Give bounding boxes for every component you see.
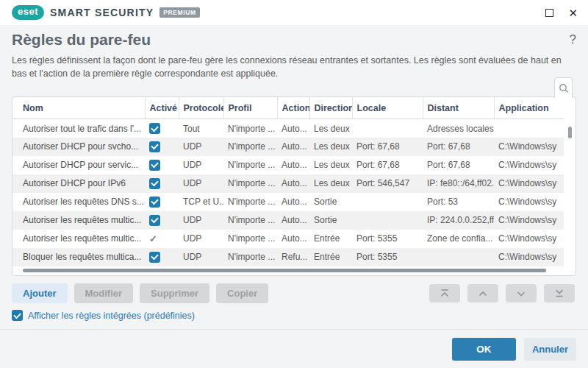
cell-nom: Autoriser DHCP pour servic... [12, 156, 145, 174]
column-header-distant[interactable]: Distant [423, 97, 494, 119]
cell-nom: Autoriser les requêtes multic... [12, 211, 145, 230]
maximize-icon[interactable] [545, 9, 553, 17]
delete-button[interactable]: Supprimer [140, 283, 209, 303]
search-button[interactable] [554, 77, 573, 98]
edit-button[interactable]: Modifier [74, 283, 134, 303]
cell-application: C:\Windows\sy [494, 211, 564, 230]
cell-profil: N'importe ... [223, 156, 277, 174]
cell-action: Auto... [277, 138, 309, 156]
column-header-locale[interactable]: Locale [352, 97, 423, 119]
cell-protocole: TCP et U... [179, 193, 223, 211]
cell-active: ✓ [145, 230, 179, 248]
premium-badge: PREMIUM [159, 7, 199, 18]
cell-locale: Port: 5355 [352, 230, 423, 248]
column-header-application[interactable]: Application [494, 97, 564, 119]
rule-row[interactable]: Autoriser les requêtes DNS s...TCP et U.… [12, 193, 564, 211]
cell-direction: Sortie [309, 211, 352, 230]
cell-application: C:\Windows\sy [494, 230, 564, 248]
cell-profil: N'importe ... [223, 138, 277, 156]
vertical-scrollbar-thumb[interactable] [568, 127, 572, 138]
cell-protocole: UDP [179, 211, 223, 230]
chevron-top-icon [439, 289, 451, 298]
content-area: Règles du pare-feu ? Les règles définiss… [0, 31, 588, 321]
rule-row[interactable]: Autoriser DHCP pour IPv6UDPN'importe ...… [12, 174, 564, 193]
move-up-button[interactable] [467, 284, 498, 302]
copy-button[interactable]: Copier [216, 283, 268, 303]
cell-application: C:\Windows\sy [494, 193, 564, 211]
cell-profil: N'importe ... [223, 193, 277, 211]
move-down-button[interactable] [506, 284, 537, 302]
rule-row[interactable]: Autoriser DHCP pour svcho...UDPN'importe… [12, 138, 564, 156]
cell-active [145, 138, 179, 156]
cell-locale [352, 211, 423, 230]
rule-enabled-checkbox[interactable] [149, 123, 160, 134]
cell-profil: N'importe ... [223, 119, 277, 138]
column-header-direction[interactable]: Direction [309, 97, 352, 119]
search-icon [559, 83, 569, 93]
cell-nom: Autoriser tout le trafic dans l'... [12, 119, 145, 138]
cell-application: C:\Windows\sy [494, 174, 564, 193]
cell-distant: Port: 67,68 [423, 156, 494, 174]
cell-active [145, 248, 179, 266]
column-header-action[interactable]: Action [277, 97, 309, 119]
cell-action: Auto... [277, 174, 309, 193]
brand: eset SMART SECURITY PREMIUM [12, 5, 200, 20]
move-bottom-button[interactable] [544, 284, 575, 302]
cell-locale [352, 119, 423, 138]
cell-active [145, 119, 179, 138]
add-button[interactable]: Ajouter [12, 283, 68, 303]
cell-protocole: Tout [179, 119, 223, 138]
cell-direction: Sortie [309, 193, 352, 211]
rule-row[interactable]: Autoriser tout le trafic dans l'...ToutN… [12, 119, 564, 138]
rule-enabled-checkbox[interactable] [149, 160, 160, 171]
column-header-active[interactable]: Activé [145, 97, 179, 119]
cell-profil: N'importe ... [223, 248, 277, 266]
cell-locale: Port: 67,68 [352, 138, 423, 156]
cell-nom: Autoriser les requêtes multic... [12, 230, 145, 248]
cell-distant: Port: 67,68 [423, 138, 494, 156]
column-header-protocole[interactable]: Protocole [179, 97, 223, 119]
cell-action: Auto... [277, 156, 309, 174]
cell-distant: IP: 224.0.0.252,ff... [423, 211, 494, 230]
rule-enabled-checkbox[interactable] [149, 215, 160, 226]
rule-enabled-checkbox[interactable] [149, 252, 160, 263]
rule-row[interactable]: Autoriser les requêtes multic...UDPN'imp… [12, 211, 564, 230]
page-description: Les règles définissent la façon dont le … [12, 54, 576, 80]
page-header: Règles du pare-feu ? [12, 31, 576, 49]
column-header-profil[interactable]: Profil [223, 97, 277, 119]
cell-active [145, 211, 179, 230]
page-title: Règles du pare-feu [12, 31, 151, 49]
close-icon[interactable]: ✕ [568, 7, 578, 18]
cell-nom: Bloquer les requêtes multica... [12, 248, 145, 266]
rules-table-container: NomActivéProtocoleProfilActionDirectionL… [12, 96, 576, 276]
rule-enabled-checkbox[interactable] [149, 141, 160, 152]
titlebar: eset SMART SECURITY PREMIUM ✕ [0, 0, 588, 25]
cell-protocole: UDP [179, 230, 223, 248]
rules-table: NomActivéProtocoleProfilActionDirectionL… [12, 97, 564, 266]
rules-table-body: Autoriser tout le trafic dans l'...ToutN… [12, 119, 564, 266]
show-builtin-rules-label: Afficher les règles intégrées (prédéfini… [28, 311, 195, 321]
show-builtin-rules-checkbox[interactable] [12, 310, 23, 321]
cell-active [145, 174, 179, 193]
cell-application: C:\Windows\sy [494, 156, 564, 174]
cell-direction: Les deux [309, 156, 352, 174]
cell-application: C:\Windows\sy [494, 248, 564, 266]
cancel-button[interactable]: Annuler [524, 338, 576, 361]
move-top-button[interactable] [429, 284, 460, 302]
ok-button[interactable]: OK [452, 338, 516, 361]
rule-enabled-checkbox[interactable] [149, 178, 160, 189]
rule-enabled-checkbox[interactable] [149, 197, 160, 208]
cell-action: Auto... [277, 193, 309, 211]
rule-row[interactable]: Autoriser DHCP pour servic...UDPN'import… [12, 156, 564, 174]
cell-locale: Port: 546,547 [352, 174, 423, 193]
horizontal-scrollbar-thumb[interactable] [23, 269, 546, 272]
cell-distant: Zone de confia... [423, 230, 494, 248]
table-header-row: NomActivéProtocoleProfilActionDirectionL… [12, 97, 564, 119]
rule-row[interactable]: Bloquer les requêtes multica...UDPN'impo… [12, 248, 564, 266]
cell-distant: IP: fe80::/64,ff02... [423, 174, 494, 193]
help-icon[interactable]: ? [570, 32, 576, 47]
rule-row[interactable]: Autoriser les requêtes multic...✓UDPN'im… [12, 230, 564, 248]
actions-row: Ajouter Modifier Supprimer Copier [12, 283, 576, 303]
cell-nom: Autoriser les requêtes DNS s... [12, 193, 145, 211]
column-header-nom[interactable]: Nom [12, 97, 145, 119]
